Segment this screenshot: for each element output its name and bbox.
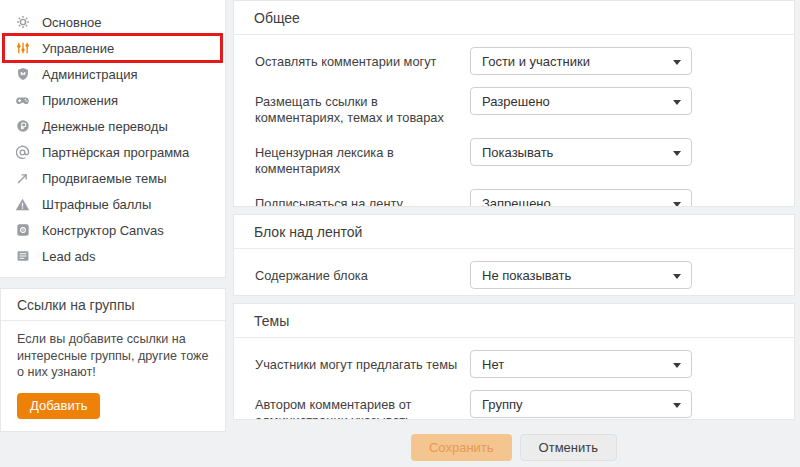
select-value: Не показывать <box>482 268 571 283</box>
setting-row: Размещать ссылки в комментариях, темах и… <box>254 87 774 126</box>
section-title: Общее <box>234 1 794 35</box>
sidebar-item-label: Администрация <box>42 67 138 82</box>
select-links-allowed[interactable]: Разрешено <box>470 87 692 115</box>
setting-row: Нецензурная лексика в комментариях Показ… <box>254 138 774 177</box>
select-suggest-topics[interactable]: Нет <box>470 350 692 378</box>
chevron-down-icon <box>673 274 681 279</box>
setting-label: Автором комментариев от администрации ук… <box>254 390 466 420</box>
section-title: Блок над лентой <box>234 215 794 249</box>
setting-label: Нецензурная лексика в комментариях <box>254 138 466 177</box>
setting-row: Участники могут предлагать темы Нет <box>254 350 774 378</box>
sidebar-item-management[interactable]: Управление <box>0 35 225 61</box>
setting-row: Автором комментариев от администрации ук… <box>254 390 774 420</box>
section-title: Темы <box>234 304 794 338</box>
sidebar-item-label: Основное <box>42 15 102 30</box>
select-value: Запрещено <box>482 196 551 208</box>
select-value: Гости и участники <box>482 54 590 69</box>
add-link-button[interactable]: Добавить <box>17 393 100 419</box>
sidebar-item-money-transfers[interactable]: Денежные переводы <box>0 113 225 139</box>
sidebar-item-label: Управление <box>42 41 114 56</box>
warning-icon <box>14 196 31 212</box>
ruble-icon <box>14 118 31 134</box>
select-value: Группу <box>482 397 522 412</box>
shield-icon <box>14 66 31 82</box>
sidebar: Основное Управление Администрация П <box>0 0 226 432</box>
select-value: Разрешено <box>482 94 550 109</box>
settings-panel: Общее Оставлять комментарии могут Гости … <box>233 0 795 461</box>
setting-label: Участники могут предлагать темы <box>254 350 466 373</box>
at-icon <box>14 144 31 160</box>
select-profanity[interactable]: Показывать <box>470 138 692 166</box>
sidebar-item-promoted-topics[interactable]: Продвигаемые темы <box>0 165 225 191</box>
sidebar-item-label: Продвигаемые темы <box>42 171 167 186</box>
chevron-down-icon <box>673 60 681 65</box>
setting-row: Подписываться на ленту анонимно?new Запр… <box>254 189 774 207</box>
chevron-down-icon <box>673 100 681 105</box>
setting-label: Подписываться на ленту анонимно?new <box>254 189 466 207</box>
chevron-down-icon <box>673 151 681 156</box>
sidebar-menu-card: Основное Управление Администрация П <box>0 0 226 278</box>
canvas-icon <box>14 222 31 238</box>
sidebar-item-label: Партнёрская программа <box>42 145 189 160</box>
section-feed-block: Блок над лентой Содержание блока Не пока… <box>233 214 795 296</box>
cancel-button[interactable]: Отменить <box>520 434 617 461</box>
trending-up-icon <box>14 170 31 186</box>
sidebar-item-label: Lead ads <box>42 249 96 264</box>
group-links-card: Ссылки на группы Если вы добавите ссылки… <box>0 288 226 432</box>
sidebar-item-main[interactable]: Основное <box>0 9 225 35</box>
chevron-down-icon <box>673 403 681 408</box>
sidebar-item-penalty-points[interactable]: Штрафные баллы <box>0 191 225 217</box>
setting-label: Размещать ссылки в комментариях, темах и… <box>254 87 466 126</box>
form-footer: Сохранить Отменить <box>233 434 795 461</box>
sidebar-item-label: Денежные переводы <box>42 119 168 134</box>
save-button[interactable]: Сохранить <box>411 434 512 461</box>
sliders-icon <box>14 40 31 56</box>
select-block-content[interactable]: Не показывать <box>470 261 692 289</box>
section-general: Общее Оставлять комментарии могут Гости … <box>233 0 795 207</box>
list-icon <box>14 248 31 264</box>
chevron-down-icon <box>673 363 681 368</box>
sidebar-item-label: Приложения <box>42 93 118 108</box>
chevron-down-icon <box>673 202 681 207</box>
sidebar-item-apps[interactable]: Приложения <box>0 87 225 113</box>
section-topics: Темы Участники могут предлагать темы Нет… <box>233 303 795 420</box>
setting-label: Содержание блока <box>254 261 466 284</box>
group-settings-page: Основное Управление Администрация П <box>0 0 800 467</box>
sidebar-item-administration[interactable]: Администрация <box>0 61 225 87</box>
gamepad-icon <box>14 92 31 108</box>
group-links-description: Если вы добавите ссылки на интересные гр… <box>17 331 209 381</box>
sidebar-item-label: Штрафные баллы <box>42 197 151 212</box>
select-anonymous-subscribe[interactable]: Запрещено <box>470 189 692 207</box>
select-comment-author[interactable]: Группу <box>470 390 692 418</box>
setting-row: Содержание блока Не показывать <box>254 261 774 289</box>
sidebar-item-canvas-builder[interactable]: Конструктор Canvas <box>0 217 225 243</box>
gear-icon <box>14 14 31 30</box>
sidebar-item-label: Конструктор Canvas <box>42 223 164 238</box>
setting-row: Оставлять комментарии могут Гости и учас… <box>254 47 774 75</box>
sidebar-item-partner-program[interactable]: Партнёрская программа <box>0 139 225 165</box>
select-value: Показывать <box>482 145 553 160</box>
setting-label: Оставлять комментарии могут <box>254 47 466 70</box>
select-comments-who[interactable]: Гости и участники <box>470 47 692 75</box>
group-links-title: Ссылки на группы <box>1 289 225 321</box>
sidebar-item-lead-ads[interactable]: Lead ads <box>0 243 225 269</box>
select-value: Нет <box>482 357 504 372</box>
